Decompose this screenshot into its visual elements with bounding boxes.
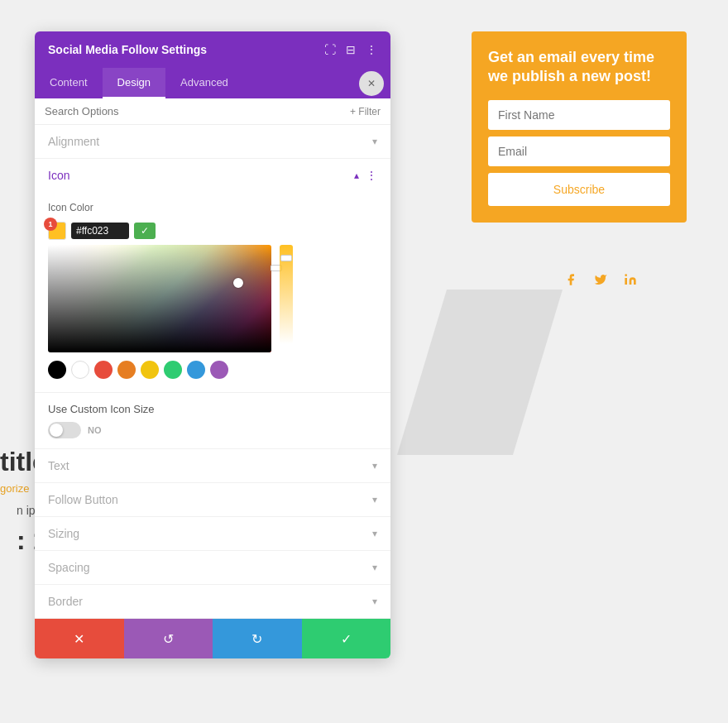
panel-body: Alignment ▾ Icon ▴ ⋮ Icon Color 1 (35, 125, 390, 619)
facebook-icon[interactable] (564, 273, 577, 290)
tabs-row: Content Design Advanced ✕ (35, 68, 390, 98)
toggle-thumb (50, 424, 63, 437)
tab-content[interactable]: Content (35, 68, 103, 98)
social-icons-container (564, 273, 637, 290)
swatch-orange[interactable] (117, 361, 136, 379)
confirm-button[interactable]: ✓ (302, 619, 391, 658)
follow-button-section-row[interactable]: Follow Button ▾ (35, 483, 390, 517)
swatch-white[interactable] (71, 361, 89, 379)
first-name-input[interactable] (488, 100, 670, 130)
border-label: Border (48, 595, 83, 608)
sliders-container (276, 245, 293, 344)
tab-advanced[interactable]: Advanced (165, 68, 243, 98)
twitter-icon[interactable] (594, 273, 607, 290)
alignment-section-row[interactable]: Alignment ▾ (35, 125, 390, 159)
email-input[interactable] (488, 136, 670, 166)
gradient-cursor[interactable] (233, 278, 243, 288)
color-controls-row (48, 245, 377, 356)
icon-more-icon[interactable]: ⋮ (366, 169, 377, 182)
text-label: Text (48, 459, 69, 472)
swatch-purple[interactable] (210, 361, 228, 379)
subscribe-widget: Get an email every time we publish a new… (472, 31, 687, 223)
page-category: gorize (0, 482, 29, 495)
text-section-row[interactable]: Text ▾ (35, 449, 390, 483)
search-options-input[interactable] (45, 105, 350, 117)
color-apply-button[interactable]: ✓ (134, 223, 156, 239)
panel-close-button[interactable]: ✕ (359, 71, 384, 96)
sizing-chevron-icon: ▾ (372, 528, 377, 539)
undo-icon: ↺ (163, 631, 174, 647)
linkedin-icon[interactable] (624, 273, 637, 290)
follow-button-chevron-icon: ▾ (372, 494, 377, 505)
subscribe-button[interactable]: Subscribe (488, 173, 670, 206)
color-gradient[interactable] (48, 245, 271, 352)
filter-button[interactable]: + Filter (350, 106, 381, 117)
alignment-label: Alignment (48, 135, 99, 148)
color-swatches-row (48, 361, 377, 379)
redo-button[interactable]: ↻ (213, 619, 302, 658)
tab-design[interactable]: Design (103, 68, 165, 98)
panel-header: Social Media Follow Settings ⛶ ⊟ ⋮ (35, 31, 390, 68)
icon-collapse-icon[interactable]: ▴ (354, 170, 359, 181)
redo-icon: ↻ (251, 631, 262, 647)
fullscreen-icon[interactable]: ⛶ (324, 43, 336, 56)
delete-button[interactable]: ✕ (35, 619, 124, 658)
border-section-row[interactable]: Border ▾ (35, 585, 390, 619)
delete-icon: ✕ (74, 631, 84, 647)
swatch-green[interactable] (164, 361, 182, 379)
confirm-icon: ✓ (341, 631, 352, 647)
swatch-red[interactable] (94, 361, 113, 379)
gradient-black-overlay (48, 245, 271, 352)
text-chevron-icon: ▾ (372, 460, 377, 472)
toggle-row: NO (48, 422, 377, 438)
more-options-icon[interactable]: ⋮ (366, 43, 377, 56)
icon-color-label: Icon Color (48, 202, 377, 213)
spacing-chevron-icon: ▾ (372, 562, 377, 573)
panel-title: Social Media Follow Settings (48, 43, 207, 56)
spacing-section-row[interactable]: Spacing ▾ (35, 551, 390, 585)
badge-1: 1 (44, 218, 57, 231)
icon-section-content: Icon Color 1 ✓ (35, 192, 390, 393)
border-chevron-icon: ▾ (372, 596, 377, 607)
subscribe-title: Get an email every time we publish a new… (488, 48, 670, 87)
swatch-yellow[interactable] (141, 361, 159, 379)
color-input-row: 1 ✓ (48, 222, 377, 240)
columns-icon[interactable]: ⊟ (346, 43, 356, 56)
undo-button[interactable]: ↺ (124, 619, 213, 658)
custom-icon-size-section: Use Custom Icon Size NO (35, 393, 390, 449)
panel-header-icons: ⛶ ⊟ ⋮ (324, 43, 377, 56)
color-hex-input[interactable] (71, 223, 129, 239)
icon-section-actions: ▴ ⋮ (354, 169, 377, 182)
panel-search-bar: + Filter (35, 98, 390, 125)
alpha-slider-container (280, 245, 293, 344)
alignment-chevron-icon: ▾ (372, 136, 377, 147)
panel-footer: ✕ ↺ ↻ ✓ (35, 619, 390, 658)
spacing-label: Spacing (48, 561, 90, 574)
follow-button-label: Follow Button (48, 493, 118, 506)
sizing-label: Sizing (48, 527, 79, 540)
color-swatch-container: 1 (48, 222, 66, 240)
custom-size-toggle[interactable] (48, 422, 81, 438)
svg-point-0 (625, 274, 627, 276)
alpha-thumb (280, 255, 292, 261)
color-swatch[interactable]: 1 (48, 222, 66, 240)
settings-panel: Social Media Follow Settings ⛶ ⊟ ⋮ Conte… (35, 31, 390, 658)
custom-icon-size-label: Use Custom Icon Size (48, 403, 377, 415)
swatch-blue[interactable] (187, 361, 205, 379)
page-title-partial: t (0, 447, 9, 477)
toggle-state-label: NO (88, 425, 102, 435)
color-picker: 1 ✓ (48, 222, 377, 379)
swatch-black[interactable] (48, 361, 66, 379)
sizing-section-row[interactable]: Sizing ▾ (35, 517, 390, 551)
icon-section-label: Icon (48, 169, 69, 182)
icon-section-row[interactable]: Icon ▴ ⋮ (35, 159, 390, 192)
alpha-slider[interactable] (280, 245, 293, 344)
